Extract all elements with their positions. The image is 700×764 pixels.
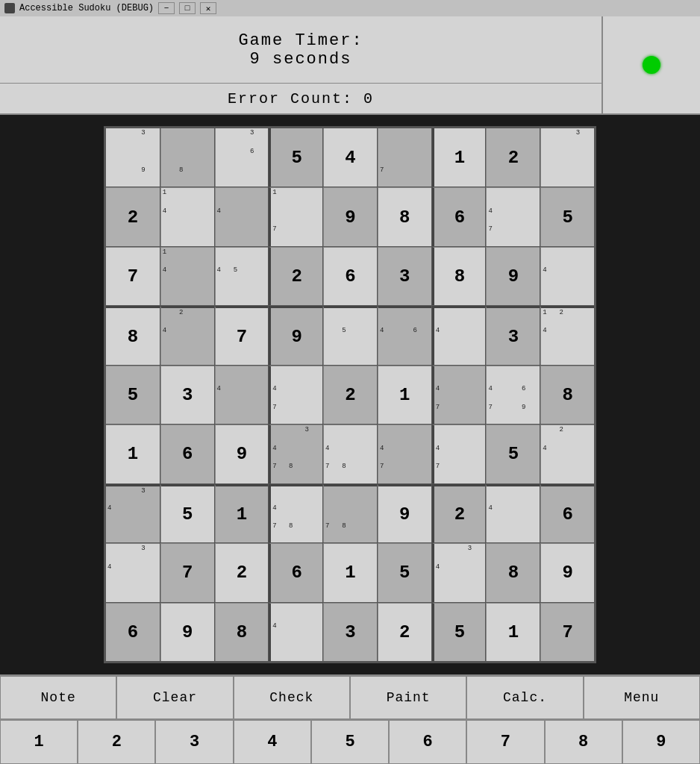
number-button-5[interactable]: 5: [311, 720, 389, 764]
cell-r8-c0[interactable]: 6: [106, 603, 160, 661]
number-button-2[interactable]: 2: [78, 720, 155, 764]
cell-r3-c3[interactable]: 9: [269, 306, 322, 364]
cell-r1-c7[interactable]: 47: [486, 187, 540, 245]
cell-r0-c3[interactable]: 5: [269, 128, 322, 187]
cell-r4-c6[interactable]: 47: [432, 366, 486, 424]
cell-r3-c1[interactable]: 24: [160, 306, 214, 364]
cell-r4-c5[interactable]: 1: [378, 366, 431, 424]
note-button[interactable]: Note: [0, 676, 116, 719]
cell-r5-c2[interactable]: 9: [215, 425, 269, 483]
number-button-6[interactable]: 6: [389, 720, 466, 764]
cell-r7-c6[interactable]: 34: [432, 543, 486, 601]
cell-r1-c6[interactable]: 6: [432, 187, 486, 245]
cell-r6-c2[interactable]: 1: [215, 484, 269, 542]
cell-r1-c2[interactable]: 4: [215, 187, 269, 245]
clear-button[interactable]: Clear: [116, 676, 233, 719]
cell-r7-c3[interactable]: 6: [269, 543, 322, 601]
cell-r2-c8[interactable]: 4: [540, 247, 594, 305]
cell-r2-c3[interactable]: 2: [269, 247, 322, 305]
number-button-8[interactable]: 8: [545, 720, 622, 764]
cell-r1-c0[interactable]: 2: [106, 187, 160, 245]
number-button-7[interactable]: 7: [466, 720, 544, 764]
minimize-button[interactable]: −: [158, 2, 175, 14]
close-button[interactable]: ✕: [200, 2, 216, 14]
cell-r6-c1[interactable]: 5: [160, 484, 214, 542]
cell-r8-c6[interactable]: 5: [432, 603, 486, 661]
cell-r4-c1[interactable]: 3: [160, 366, 214, 424]
cell-r8-c5[interactable]: 2: [378, 603, 431, 661]
cell-r3-c2[interactable]: 7: [215, 306, 269, 364]
cell-r2-c7[interactable]: 9: [486, 247, 540, 305]
cell-r0-c4[interactable]: 4: [323, 128, 377, 187]
cell-r5-c0[interactable]: 1: [106, 425, 160, 483]
number-button-1[interactable]: 1: [0, 720, 78, 764]
cell-r2-c5[interactable]: 3: [378, 247, 431, 305]
cell-r8-c2[interactable]: 8: [215, 603, 269, 661]
cell-r8-c3[interactable]: 4: [269, 603, 322, 661]
cell-r1-c3[interactable]: 17: [269, 187, 322, 245]
cell-r5-c6[interactable]: 47: [432, 425, 486, 483]
cell-r5-c8[interactable]: 24: [540, 425, 594, 483]
cell-r4-c4[interactable]: 2: [323, 366, 377, 424]
cell-r6-c6[interactable]: 2: [432, 484, 486, 542]
cell-r7-c7[interactable]: 8: [486, 543, 540, 601]
cell-r6-c8[interactable]: 6: [540, 484, 594, 542]
cell-r3-c6[interactable]: 4: [432, 306, 486, 364]
cell-r0-c6[interactable]: 1: [432, 128, 486, 187]
maximize-button[interactable]: □: [179, 2, 196, 14]
cell-r7-c0[interactable]: 34: [106, 543, 160, 601]
cell-r5-c5[interactable]: 47: [378, 425, 431, 483]
cell-r7-c5[interactable]: 5: [378, 543, 431, 601]
cell-r5-c3[interactable]: 3478: [269, 425, 322, 483]
menu-button[interactable]: Menu: [584, 676, 700, 719]
cell-r3-c4[interactable]: 5: [323, 306, 377, 364]
cell-r4-c2[interactable]: 4: [215, 366, 269, 424]
paint-button[interactable]: Paint: [350, 676, 466, 719]
number-button-4[interactable]: 4: [234, 720, 311, 764]
cell-r8-c1[interactable]: 9: [160, 603, 214, 661]
number-button-9[interactable]: 9: [622, 720, 700, 764]
cell-r7-c1[interactable]: 7: [160, 543, 214, 601]
cell-r8-c4[interactable]: 3: [323, 603, 377, 661]
cell-r2-c4[interactable]: 6: [323, 247, 377, 305]
cell-r0-c0[interactable]: 39: [106, 128, 160, 187]
cell-r5-c4[interactable]: 478: [323, 425, 377, 483]
cell-r0-c5[interactable]: 7: [378, 128, 431, 187]
cell-r0-c8[interactable]: 3: [540, 128, 594, 187]
calc-button[interactable]: Calc.: [466, 676, 583, 719]
cell-r1-c4[interactable]: 9: [323, 187, 377, 245]
cell-r7-c8[interactable]: 9: [540, 543, 594, 601]
cell-r4-c3[interactable]: 47: [269, 366, 322, 424]
cell-r5-c1[interactable]: 6: [160, 425, 214, 483]
number-button-3[interactable]: 3: [155, 720, 233, 764]
cell-r2-c1[interactable]: 14: [160, 247, 214, 305]
cell-r1-c1[interactable]: 14: [160, 187, 214, 245]
cell-r2-c6[interactable]: 8: [432, 247, 486, 305]
cell-r0-c7[interactable]: 2: [486, 128, 540, 187]
cell-r3-c5[interactable]: 46: [378, 306, 431, 364]
cell-r8-c8[interactable]: 7: [540, 603, 594, 661]
cell-r5-c7[interactable]: 5: [486, 425, 540, 483]
cell-r8-c7[interactable]: 1: [486, 603, 540, 661]
cell-r6-c0[interactable]: 34: [106, 484, 160, 542]
cell-r4-c0[interactable]: 5: [106, 366, 160, 424]
cell-r3-c0[interactable]: 8: [106, 306, 160, 364]
cell-r3-c8[interactable]: 124: [540, 306, 594, 364]
cell-r6-c7[interactable]: 4: [486, 484, 540, 542]
cell-value: 1: [508, 622, 519, 642]
cell-r2-c0[interactable]: 7: [106, 247, 160, 305]
cell-r2-c2[interactable]: 45: [215, 247, 269, 305]
cell-r0-c2[interactable]: 36: [215, 128, 269, 187]
cell-r1-c5[interactable]: 8: [378, 187, 431, 245]
check-button[interactable]: Check: [234, 676, 350, 719]
cell-r3-c7[interactable]: 3: [486, 306, 540, 364]
cell-r7-c4[interactable]: 1: [323, 543, 377, 601]
cell-r6-c3[interactable]: 478: [269, 484, 322, 542]
cell-r4-c8[interactable]: 8: [540, 366, 594, 424]
cell-r4-c7[interactable]: 4679: [486, 366, 540, 424]
cell-r7-c2[interactable]: 2: [215, 543, 269, 601]
cell-r6-c5[interactable]: 9: [378, 484, 431, 542]
cell-r1-c8[interactable]: 5: [540, 187, 594, 245]
cell-r0-c1[interactable]: 8: [160, 128, 214, 187]
cell-r6-c4[interactable]: 78: [323, 484, 377, 542]
